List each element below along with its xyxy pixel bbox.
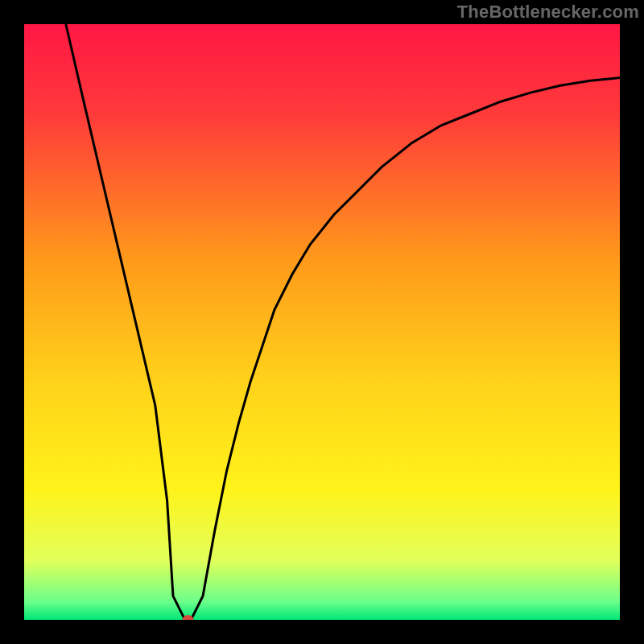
plot-area: [24, 24, 620, 620]
chart-svg: [24, 24, 620, 620]
chart-frame: TheBottlenecker.com: [0, 0, 644, 644]
gradient-background: [24, 24, 620, 620]
attribution-text: TheBottlenecker.com: [457, 2, 639, 23]
